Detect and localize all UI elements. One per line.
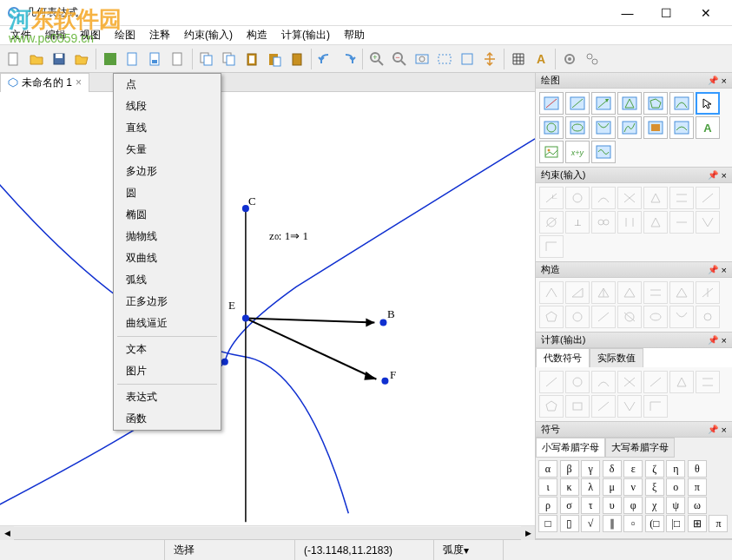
draw-tool-5[interactable] [643, 92, 668, 115]
constrain-tool[interactable]: ∟ [539, 187, 564, 209]
sym-tau[interactable]: τ [581, 497, 600, 514]
dd-arc[interactable]: 弧线 [114, 269, 221, 291]
menu-construct[interactable]: 构造 [240, 26, 274, 44]
doc-icon-3[interactable] [168, 49, 188, 69]
save-icon[interactable] [49, 49, 69, 69]
sym-rho[interactable]: ρ [538, 497, 557, 514]
draw-tool-10[interactable] [591, 116, 616, 139]
dd-hyperbola[interactable]: 双曲线 [114, 247, 221, 269]
calc-tool[interactable] [617, 395, 642, 418]
sym-const-pi[interactable]: π [709, 515, 728, 532]
menu-calculate[interactable]: 计算(输出) [274, 26, 337, 44]
constrain-tool[interactable] [696, 211, 720, 234]
sym-alpha[interactable]: α [538, 460, 557, 478]
calc-tool[interactable] [591, 371, 616, 393]
sym-matrix[interactable]: ⊞ [688, 515, 707, 532]
menu-constrain[interactable]: 约束(输入) [177, 26, 240, 44]
draw-tool-8[interactable] [539, 116, 564, 139]
sym-pi[interactable]: π [688, 478, 707, 496]
symbol-tab-lower[interactable]: 小写希腊字母 [536, 438, 605, 458]
close-panel-icon[interactable]: × [722, 335, 727, 346]
pin-icon[interactable]: 📌 [708, 425, 718, 434]
draw-tool-6[interactable] [669, 92, 694, 115]
construct-tool[interactable] [617, 306, 642, 328]
draw-tool-expr[interactable]: x+y [565, 141, 590, 163]
dd-text[interactable]: 文本 [114, 339, 221, 360]
sym-omega[interactable]: ω [688, 497, 707, 514]
pin-icon[interactable]: 📌 [708, 265, 718, 274]
sym-nu[interactable]: ν [623, 478, 643, 496]
sym-xi[interactable]: ξ [645, 478, 664, 496]
calc-tool[interactable] [565, 371, 590, 393]
maximize-button[interactable]: ☐ [647, 1, 686, 25]
zoom-in-icon[interactable]: + [366, 49, 387, 69]
constrain-tool[interactable]: ⊥ [565, 211, 590, 234]
calc-tool[interactable] [696, 371, 720, 393]
draw-tool-4[interactable] [617, 92, 642, 115]
draw-tool-9[interactable] [565, 116, 590, 139]
document-tab[interactable]: 未命名的 1 × [0, 73, 89, 92]
draw-tool-12[interactable] [643, 116, 668, 139]
draw-tool-select[interactable] [696, 92, 720, 115]
zoom-out-icon[interactable]: − [389, 49, 410, 69]
minimize-button[interactable]: — [608, 1, 647, 25]
sym-abs[interactable]: |□ [666, 515, 685, 532]
sym-zeta[interactable]: ζ [645, 460, 664, 478]
sym-sup[interactable]: ▫ [623, 515, 643, 532]
calc-tool[interactable] [643, 371, 668, 393]
calc-tool[interactable] [643, 395, 668, 418]
new-icon[interactable] [3, 49, 24, 69]
calc-tool[interactable] [591, 395, 616, 418]
sym-epsilon[interactable]: ε [623, 460, 643, 478]
status-angle[interactable]: 弧度 ▾ [434, 540, 504, 560]
drawing-canvas[interactable]: C E B F z₀: 1⇒ 1 [0, 92, 535, 525]
constrain-tool[interactable] [539, 211, 564, 234]
sym-iota[interactable]: ι [538, 478, 557, 496]
dd-line[interactable]: 直线 [114, 117, 221, 139]
constrain-tool[interactable] [669, 211, 694, 234]
sym-eta[interactable]: η [666, 460, 685, 478]
close-panel-icon[interactable]: × [722, 265, 727, 275]
dd-expression[interactable]: 表达式 [114, 386, 221, 408]
calc-tool[interactable] [565, 395, 590, 418]
close-button[interactable]: ✕ [686, 1, 725, 25]
copy-icon[interactable] [196, 49, 217, 69]
construct-tool[interactable] [643, 281, 668, 304]
menu-file[interactable]: 文件 [3, 26, 38, 44]
dd-ellipse[interactable]: 椭圆 [114, 204, 221, 226]
sym-norm[interactable]: ∥ [603, 515, 622, 532]
sym-psi[interactable]: ψ [666, 497, 685, 514]
sym-chi[interactable]: χ [645, 497, 664, 514]
grid-icon[interactable] [508, 49, 529, 69]
redo-icon[interactable] [338, 49, 359, 69]
sym-paren[interactable]: (□ [645, 515, 664, 532]
dd-segment[interactable]: 线段 [114, 96, 221, 117]
constrain-tool[interactable] [591, 187, 616, 209]
constrain-tool[interactable] [696, 187, 720, 209]
constrain-tool[interactable] [539, 235, 564, 258]
construct-tool[interactable] [617, 281, 642, 304]
sym-sub[interactable]: □ [538, 515, 557, 532]
construct-tool[interactable] [539, 306, 564, 328]
dd-circle[interactable]: 圆 [114, 182, 221, 204]
sym-kappa[interactable]: κ [560, 478, 579, 496]
draw-tool-image[interactable] [539, 141, 564, 163]
close-panel-icon[interactable]: × [722, 76, 727, 86]
dd-parabola[interactable]: 抛物线 [114, 226, 221, 247]
construct-tool[interactable] [643, 306, 668, 328]
draw-tool-2[interactable] [565, 92, 590, 115]
constrain-tool[interactable] [565, 187, 590, 209]
undo-icon[interactable] [315, 49, 336, 69]
close-panel-icon[interactable]: × [722, 170, 727, 181]
constrain-tool[interactable] [591, 211, 616, 234]
clipboard-icon[interactable] [241, 49, 262, 69]
pan-icon[interactable] [479, 49, 500, 69]
clipboard2-icon[interactable] [287, 49, 307, 69]
gears-icon[interactable] [582, 49, 603, 69]
calc-tab-algebra[interactable]: 代数符号 [536, 348, 590, 367]
calc-tab-numeric[interactable]: 实际数值 [590, 348, 643, 367]
sym-gamma[interactable]: γ [581, 460, 600, 478]
zoom-all-icon[interactable] [457, 49, 478, 69]
menu-view[interactable]: 视图 [73, 26, 108, 44]
sym-theta[interactable]: θ [688, 460, 707, 478]
